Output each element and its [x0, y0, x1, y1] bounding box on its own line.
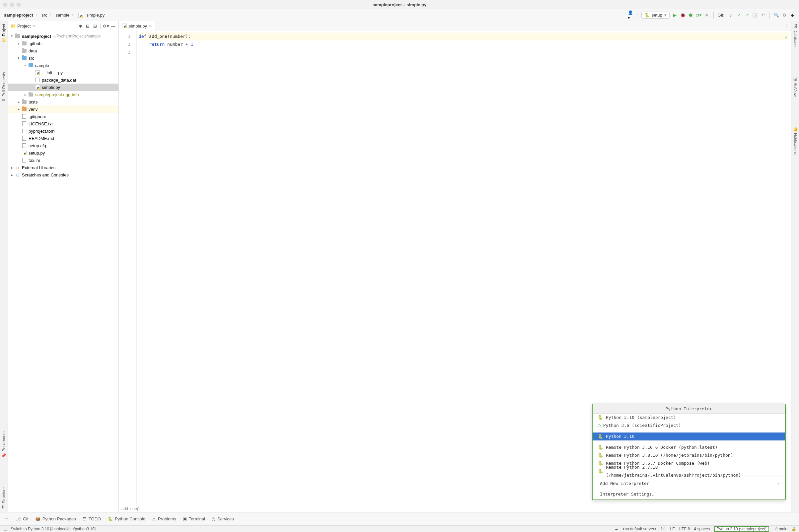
- tree-arrow-icon[interactable]: ▸: [9, 166, 15, 170]
- tree-item[interactable]: ▸⫾⫾External Libraries: [8, 164, 118, 171]
- code-line[interactable]: [139, 49, 789, 56]
- status-indent[interactable]: 4 spaces: [694, 527, 710, 531]
- tool-database[interactable]: 🗄Database: [793, 24, 798, 46]
- tabs-more-icon[interactable]: ⋮: [784, 23, 791, 28]
- expand-all-icon[interactable]: ⊟: [85, 23, 90, 29]
- status-deploy-icon[interactable]: ☁: [614, 527, 618, 531]
- code-line[interactable]: def add_one(number):: [139, 33, 789, 40]
- tool-python-console[interactable]: 🐍Python Console: [108, 516, 145, 521]
- tool-structure[interactable]: ☰Structure: [2, 487, 6, 510]
- tree-item[interactable]: setup.py: [8, 149, 118, 156]
- tool-bookmarks[interactable]: 🔖Bookmarks: [1, 432, 6, 457]
- tool-services[interactable]: ◎Services: [212, 516, 234, 521]
- project-tree[interactable]: ▸ sampleproject ~/PycharmProjects/sample…: [8, 31, 118, 512]
- tool-terminal[interactable]: ▣Terminal: [183, 516, 205, 521]
- git-push-icon[interactable]: ↗: [744, 13, 749, 18]
- settings-icon[interactable]: ⚙: [782, 13, 787, 18]
- collapse-all-icon[interactable]: ⊟: [92, 23, 97, 29]
- debug-icon[interactable]: 🐞: [680, 13, 686, 18]
- tree-arrow-icon[interactable]: ▸: [9, 173, 15, 177]
- user-icon[interactable]: 👤▾: [628, 13, 633, 18]
- tree-arrow-icon[interactable]: ▸: [23, 63, 27, 68]
- tree-item[interactable]: setup.cfg: [8, 142, 118, 149]
- interpreter-option[interactable]: 🐍Python 3.10 (sampleproject): [593, 414, 785, 421]
- tree-item[interactable]: ▸venv: [8, 106, 118, 113]
- interpreter-option[interactable]: ◯Python 3.6 (scientificProject): [593, 421, 785, 430]
- jetbrains-icon[interactable]: ◆: [790, 13, 795, 18]
- tree-item[interactable]: ▸src: [8, 54, 118, 62]
- status-position[interactable]: 1:1: [661, 527, 666, 531]
- tool-todo[interactable]: ☰TODO: [82, 516, 101, 521]
- bottom-left-stub[interactable]: ▭: [4, 516, 9, 522]
- tool-pull-requests[interactable]: ⇅Pull Requests: [2, 72, 6, 102]
- crumb-file[interactable]: simple.py: [78, 13, 105, 18]
- crumb-sample[interactable]: sample: [56, 13, 70, 18]
- status-encoding[interactable]: UTF-8: [679, 527, 690, 531]
- line-number[interactable]: 1: [119, 33, 130, 40]
- inspection-status-icon[interactable]: ✓: [785, 33, 788, 41]
- tree-item[interactable]: __init__.py: [8, 69, 118, 76]
- status-line-sep[interactable]: LF: [670, 527, 675, 531]
- minimize-panel-icon[interactable]: —: [111, 23, 116, 29]
- status-hint[interactable]: Switch to Python 3.10 [/usr/local/bin/py…: [11, 527, 96, 531]
- tree-item[interactable]: .gitignore: [8, 113, 118, 120]
- editor[interactable]: 123 ✓ def add_one(number): return number…: [119, 31, 791, 505]
- tool-python-packages[interactable]: 📦Python Packages: [35, 516, 76, 521]
- search-icon[interactable]: 🔍: [774, 13, 779, 18]
- profile-icon[interactable]: ◔▾: [696, 13, 702, 18]
- editor-breadcrumb[interactable]: add_one(): [119, 505, 791, 512]
- file-tab-simple[interactable]: simple.py ×: [119, 21, 155, 31]
- git-update-icon[interactable]: ↙: [728, 13, 733, 18]
- tree-item[interactable]: README.md: [8, 135, 118, 142]
- status-server[interactable]: <no default server>: [622, 527, 656, 531]
- status-lock-icon[interactable]: 🔒: [792, 527, 796, 531]
- tool-notifications[interactable]: 🔔Notifications: [793, 127, 798, 155]
- tree-arrow-icon[interactable]: ▸: [17, 55, 21, 61]
- coverage-icon[interactable]: ⬢: [688, 13, 693, 18]
- window-close[interactable]: [3, 3, 7, 7]
- tree-item[interactable]: ▸sample: [8, 62, 118, 69]
- tree-item[interactable]: simple.py: [8, 83, 118, 91]
- tree-item[interactable]: ▸sampleproject.egg-info: [8, 91, 118, 98]
- select-open-file-icon[interactable]: ⊕: [78, 23, 83, 29]
- tool-problems[interactable]: ⚠Problems: [152, 516, 176, 521]
- tree-item[interactable]: pyproject.toml: [8, 127, 118, 135]
- window-maximize[interactable]: [17, 3, 21, 7]
- status-branch[interactable]: ⎇ main: [773, 527, 787, 531]
- status-interpreter[interactable]: Python 3.10 (sampleproject): [714, 526, 769, 532]
- git-history-icon[interactable]: 🕓: [752, 13, 758, 18]
- tree-item[interactable]: data: [8, 47, 118, 54]
- tree-item[interactable]: tox.ini: [8, 156, 118, 164]
- line-number[interactable]: 3: [119, 49, 130, 56]
- interpreter-option[interactable]: 🐍Remote Python 2.7.18 (/home/jetbrains/.…: [593, 467, 785, 475]
- window-minimize[interactable]: [10, 3, 14, 7]
- status-toggle-icon[interactable]: ▢: [3, 526, 8, 532]
- crumb-project[interactable]: sampleproject: [4, 13, 33, 18]
- interpreter-option[interactable]: 🐍Remote Python 3.8.10 (/home/jetbrains/b…: [593, 451, 785, 459]
- interpreter-option[interactable]: 🐍Remote Python 3.10.6 Docker (python:lat…: [593, 443, 785, 451]
- crumb-src[interactable]: src: [41, 13, 47, 18]
- interpreter-settings-action[interactable]: Interpreter Settings…: [593, 489, 785, 499]
- project-view-selector[interactable]: 📁Project: [11, 23, 35, 28]
- tree-item[interactable]: ▸tests: [8, 98, 118, 106]
- tree-arrow-icon[interactable]: ▸: [16, 100, 21, 104]
- tree-arrow-icon[interactable]: ▸: [22, 93, 28, 96]
- git-commit-icon[interactable]: ✓: [736, 13, 742, 18]
- tab-close-icon[interactable]: ×: [149, 23, 152, 28]
- code-line[interactable]: return number + 1: [139, 40, 789, 49]
- tree-item[interactable]: package_data.dat: [8, 76, 118, 83]
- panel-options-icon[interactable]: ⚙▾: [103, 23, 109, 29]
- tree-arrow-icon[interactable]: ▸: [16, 108, 21, 111]
- run-config-selector[interactable]: 🐍setup▾: [642, 12, 670, 19]
- tree-arrow-icon[interactable]: ▸: [16, 42, 21, 45]
- interpreter-option[interactable]: 🐍Python 3.10: [593, 433, 785, 440]
- tool-project[interactable]: 📁Project: [1, 24, 6, 42]
- tree-item[interactable]: ▸⊙Scratches and Consoles: [8, 171, 118, 178]
- git-rollback-icon[interactable]: ↶: [760, 13, 765, 18]
- tree-item[interactable]: ▸.github: [8, 40, 118, 47]
- tool-git[interactable]: ⎇Git: [16, 516, 29, 521]
- add-interpreter-action[interactable]: Add New Interpreter ›: [593, 478, 785, 489]
- run-icon[interactable]: ▶: [672, 13, 677, 18]
- gutter[interactable]: 123: [119, 31, 137, 505]
- tool-sciview[interactable]: 📊SciView: [793, 76, 798, 96]
